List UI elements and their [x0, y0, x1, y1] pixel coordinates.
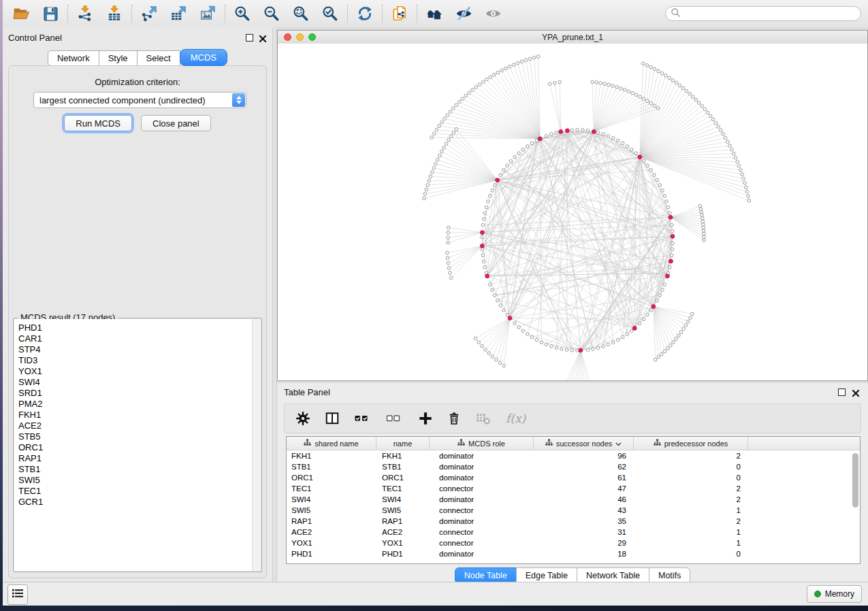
mcds-result-item[interactable]: ORC1 — [18, 442, 253, 453]
graph-leaf-node[interactable] — [641, 62, 645, 65]
graph-leaf-node[interactable] — [681, 86, 685, 90]
graph-leaf-node[interactable] — [709, 114, 712, 118]
graph-ring-node[interactable] — [670, 223, 673, 227]
deselect-all-rows-button[interactable] — [386, 410, 404, 427]
graph-leaf-node[interactable] — [664, 74, 667, 78]
mcds-result-item[interactable]: TID3 — [18, 355, 253, 366]
mcds-result-item[interactable]: SRD1 — [18, 388, 253, 399]
graph-leaf-node[interactable] — [485, 78, 489, 81]
graph-leaf-node[interactable] — [508, 65, 511, 69]
graph-ring-node[interactable] — [616, 139, 620, 142]
search-input[interactable] — [684, 8, 861, 19]
graph-ring-node[interactable] — [661, 189, 664, 193]
graph-leaf-node[interactable] — [703, 108, 707, 111]
graph-leaf-node[interactable] — [703, 235, 706, 239]
graph-ring-node[interactable] — [526, 333, 529, 336]
graph-leaf-node[interactable] — [666, 347, 669, 350]
graph-leaf-node[interactable] — [489, 76, 492, 79]
graph-leaf-node[interactable] — [591, 80, 594, 84]
zoom-out-button[interactable] — [261, 3, 282, 24]
graph-leaf-node[interactable] — [679, 331, 683, 334]
table-row[interactable]: STB1STB1dominator620 — [287, 461, 860, 472]
graph-leaf-node[interactable] — [481, 344, 484, 348]
graph-leaf-node[interactable] — [428, 179, 431, 182]
graph-ring-node[interactable] — [496, 299, 499, 302]
graph-leaf-node[interactable] — [671, 79, 675, 82]
graph-ring-node[interactable] — [658, 294, 662, 297]
graph-leaf-node[interactable] — [502, 364, 506, 367]
graph-leaf-node[interactable] — [491, 355, 494, 359]
graph-ring-node[interactable] — [509, 160, 513, 163]
graph-leaf-node[interactable] — [672, 341, 675, 344]
graph-leaf-node[interactable] — [646, 99, 649, 103]
graph-ring-node[interactable] — [487, 200, 490, 203]
graph-ring-node[interactable] — [581, 129, 584, 132]
graph-leaf-node[interactable] — [520, 60, 524, 63]
graph-ring-node[interactable] — [592, 347, 595, 350]
graph-ring-node[interactable] — [488, 195, 492, 198]
graph-leaf-node[interactable] — [512, 63, 515, 67]
graph-ring-node[interactable] — [668, 265, 671, 269]
graph-leaf-node[interactable] — [548, 82, 551, 86]
graph-ring-node[interactable] — [576, 129, 579, 132]
mcds-result-scrollbar[interactable] — [252, 319, 261, 571]
sort-caret-icon[interactable] — [615, 440, 622, 448]
column-header-predecessor-nodes[interactable]: predecessor nodes — [634, 437, 748, 450]
network-window-titlebar[interactable]: YPA_prune.txt_1 — [278, 31, 867, 44]
graph-leaf-node[interactable] — [701, 104, 704, 108]
graph-ring-node[interactable] — [545, 343, 548, 346]
graph-ring-node[interactable] — [483, 212, 487, 215]
graph-leaf-node[interactable] — [741, 173, 744, 176]
graph-leaf-node[interactable] — [478, 83, 481, 86]
graph-ring-node[interactable] — [485, 205, 488, 209]
graph-hub-node[interactable] — [665, 274, 669, 278]
graph-leaf-node[interactable] — [436, 158, 439, 161]
graph-leaf-node[interactable] — [449, 276, 453, 280]
graph-leaf-node[interactable] — [728, 144, 732, 148]
graph-hub-node[interactable] — [485, 274, 489, 278]
graph-leaf-node[interactable] — [496, 71, 500, 74]
graph-leaf-node[interactable] — [642, 97, 645, 101]
graph-ring-node[interactable] — [540, 341, 543, 344]
graph-ring-node[interactable] — [481, 223, 485, 227]
graph-leaf-node[interactable] — [694, 98, 698, 101]
graph-leaf-node[interactable] — [736, 161, 739, 164]
graph-leaf-node[interactable] — [703, 239, 706, 242]
graph-leaf-node[interactable] — [660, 352, 664, 356]
graph-leaf-node[interactable] — [682, 327, 686, 331]
graph-leaf-node[interactable] — [447, 236, 450, 240]
refresh-button[interactable] — [355, 3, 375, 24]
graph-leaf-node[interactable] — [430, 136, 434, 139]
graph-leaf-node[interactable] — [438, 125, 441, 128]
graph-ring-node[interactable] — [555, 131, 558, 135]
graph-ring-node[interactable] — [555, 346, 558, 350]
graph-leaf-node[interactable] — [528, 57, 532, 61]
table-options-gear-button[interactable] — [295, 410, 310, 427]
graph-leaf-node[interactable] — [455, 127, 458, 131]
graph-hub-node[interactable] — [652, 305, 656, 309]
graph-ring-node[interactable] — [626, 333, 629, 336]
graph-ring-node[interactable] — [621, 335, 624, 339]
graph-leaf-node[interactable] — [445, 142, 448, 146]
table-panel-float-button[interactable] — [838, 389, 846, 396]
graph-leaf-node[interactable] — [425, 188, 428, 191]
graph-ring-node[interactable] — [560, 347, 564, 350]
graph-hub-node[interactable] — [480, 231, 484, 235]
graph-leaf-node[interactable] — [702, 226, 705, 229]
control-panel-close-button[interactable] — [259, 33, 267, 42]
run-mcds-button[interactable]: Run MCDS — [64, 115, 132, 131]
delete-columns-button[interactable] — [447, 410, 461, 427]
graph-leaf-node[interactable] — [722, 133, 725, 136]
column-header-shared-name[interactable]: shared name — [287, 437, 376, 450]
graph-ring-node[interactable] — [493, 294, 496, 297]
home-button[interactable] — [424, 3, 445, 24]
graph-leaf-node[interactable] — [471, 88, 475, 92]
graph-ring-node[interactable] — [570, 129, 574, 132]
graph-leaf-node[interactable] — [595, 81, 598, 84]
open-file-button[interactable] — [11, 3, 31, 24]
graph-leaf-node[interactable] — [477, 341, 481, 344]
graph-ring-node[interactable] — [493, 184, 496, 187]
graph-leaf-node[interactable] — [675, 337, 678, 341]
mcds-result-item[interactable]: YOX1 — [18, 366, 253, 377]
graph-ring-node[interactable] — [646, 164, 649, 167]
